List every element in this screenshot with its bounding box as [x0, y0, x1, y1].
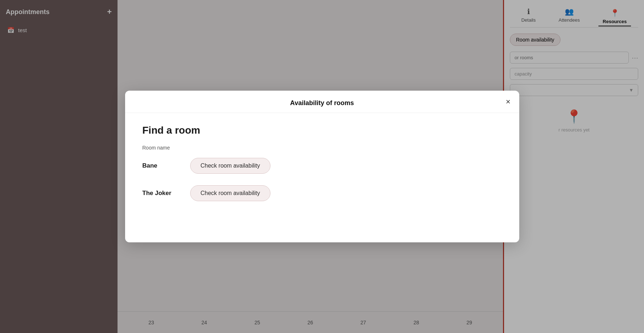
modal-overlay: Availability of rooms × Find a room Room… — [0, 0, 644, 333]
modal-close-button[interactable]: × — [506, 98, 511, 106]
modal-body: Find a room Room name Bane Check room av… — [125, 113, 519, 230]
find-room-title: Find a room — [142, 125, 502, 136]
modal-header: Availability of rooms × — [125, 91, 519, 113]
room-row-bane: Bane Check room availability — [142, 158, 502, 174]
check-availability-joker-button[interactable]: Check room availability — [190, 185, 271, 201]
modal-title: Availability of rooms — [290, 99, 354, 107]
room-name-bane: Bane — [142, 162, 179, 169]
availability-modal: Availability of rooms × Find a room Room… — [125, 91, 519, 242]
room-row-joker: The Joker Check room availability — [142, 185, 502, 201]
room-name-label: Room name — [142, 145, 502, 151]
check-availability-bane-button[interactable]: Check room availability — [190, 158, 271, 174]
room-name-joker: The Joker — [142, 190, 179, 197]
